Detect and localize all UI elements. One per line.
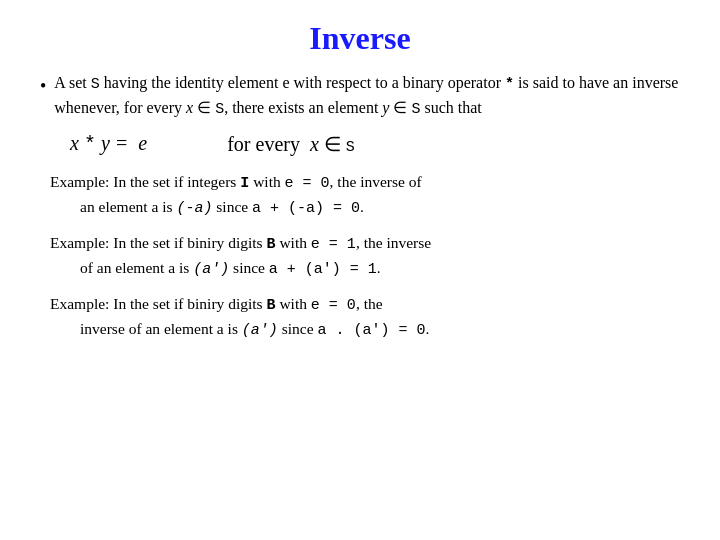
- example3-inverse: (a'): [242, 322, 278, 339]
- var-y: y: [382, 99, 389, 116]
- example2-set: B: [267, 236, 276, 253]
- example1-set: I: [240, 175, 249, 192]
- examples-section: Example: In the set if integers I with e…: [50, 170, 680, 343]
- math-left: x * y = e: [70, 132, 147, 156]
- set-s: S: [91, 76, 100, 93]
- example3-since: a . (a') = 0: [317, 322, 425, 339]
- example1-eq: e = 0: [285, 175, 330, 192]
- bullet-section: • A set S having the identity element e …: [40, 71, 680, 122]
- example2-eq: e = 1: [311, 236, 356, 253]
- example2-inverse: (a'): [193, 261, 229, 278]
- example1-inverse: (-a): [176, 200, 212, 217]
- operator-star: *: [505, 76, 514, 93]
- example-2: Example: In the set if biniry digits B w…: [50, 231, 680, 282]
- var-x: x: [186, 99, 193, 116]
- bullet-text: A set S having the identity element e wi…: [54, 71, 680, 122]
- example-2-line1: Example: In the set if biniry digits B w…: [50, 231, 680, 257]
- set-s2: S: [215, 101, 224, 118]
- page-title: Inverse: [40, 20, 680, 57]
- page: Inverse • A set S having the identity el…: [0, 0, 720, 540]
- example-1: Example: In the set if integers I with e…: [50, 170, 680, 221]
- example2-since: a + (a') = 1: [269, 261, 377, 278]
- math-expression-line: x * y = e for every x ∈ S: [70, 132, 680, 156]
- example-3-line1: Example: In the set if biniry digits B w…: [50, 292, 680, 318]
- example3-eq: e = 0: [311, 297, 356, 314]
- example-1-line1: Example: In the set if integers I with e…: [50, 170, 680, 196]
- math-right: for every x ∈ S: [227, 132, 355, 156]
- example-1-line2: an element a is (-a) since a + (-a) = 0.: [80, 195, 680, 221]
- example-3: Example: In the set if biniry digits B w…: [50, 292, 680, 343]
- example3-set: B: [267, 297, 276, 314]
- example1-since: a + (-a) = 0: [252, 200, 360, 217]
- bullet-dot: •: [40, 73, 46, 101]
- set-s3: S: [411, 101, 420, 118]
- example-2-line2: of an element a is (a') since a + (a') =…: [80, 256, 680, 282]
- bullet-item: • A set S having the identity element e …: [40, 71, 680, 122]
- example-3-line2: inverse of an element a is (a') since a …: [80, 317, 680, 343]
